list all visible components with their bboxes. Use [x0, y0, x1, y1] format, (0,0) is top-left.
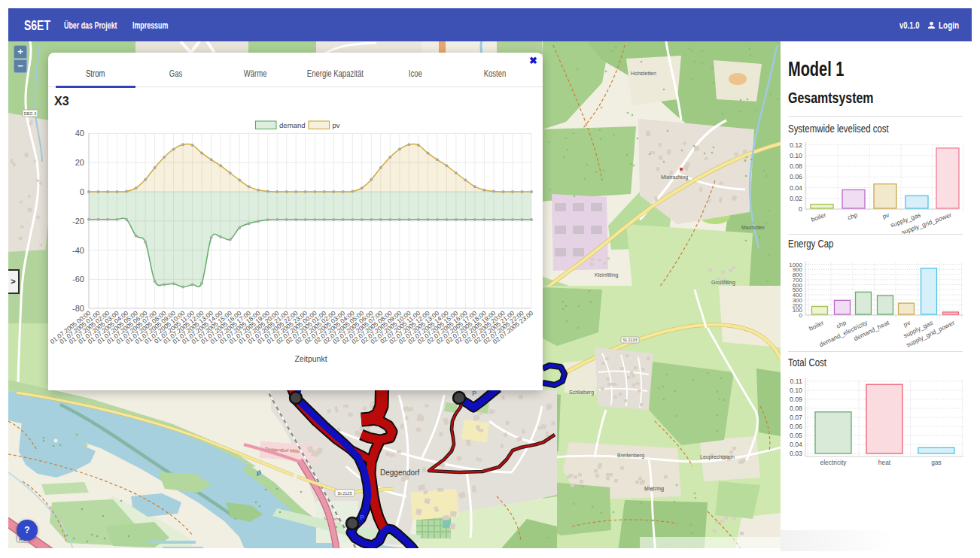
svg-text:Mietzing: Mietzing — [644, 486, 664, 492]
svg-text:0.02: 0.02 — [790, 195, 802, 202]
svg-text:Leoprechtstein: Leoprechtstein — [700, 454, 735, 460]
svg-text:P: P — [472, 390, 476, 397]
svg-text:1000: 1000 — [789, 262, 802, 268]
svg-text:pv: pv — [333, 121, 340, 129]
svg-text:Breitenberg: Breitenberg — [617, 453, 644, 459]
svg-text:demand: demand — [279, 121, 306, 129]
svg-text:-60: -60 — [72, 274, 84, 284]
svg-text:-40: -40 — [72, 246, 84, 255]
svg-text:Mietraching: Mietraching — [661, 174, 688, 180]
svg-text:Deggendorf: Deggendorf — [380, 469, 419, 477]
svg-text:Großfilling: Großfilling — [711, 280, 735, 286]
svg-text:0.03: 0.03 — [790, 450, 802, 457]
svg-text:40: 40 — [75, 129, 84, 138]
svg-text:0: 0 — [799, 205, 802, 213]
svg-text:electricity: electricity — [820, 459, 848, 466]
svg-text:-80: -80 — [72, 304, 84, 313]
svg-text:0.09: 0.09 — [790, 396, 802, 403]
svg-text:0.07: 0.07 — [790, 414, 802, 421]
svg-text:0.08: 0.08 — [790, 162, 802, 170]
svg-text:Zeitpunkt: Zeitpunkt — [294, 354, 327, 363]
svg-text:0.04: 0.04 — [790, 184, 802, 192]
svg-text:20: 20 — [75, 158, 84, 167]
svg-text:Schlieberg: Schlieberg — [569, 390, 594, 396]
svg-text:0.05: 0.05 — [790, 432, 802, 439]
svg-text:Maxhofen: Maxhofen — [741, 225, 765, 230]
svg-text:0.12: 0.12 — [790, 141, 802, 149]
svg-text:-20: -20 — [72, 217, 84, 226]
svg-text:0.04: 0.04 — [790, 441, 802, 448]
svg-text:0.06: 0.06 — [790, 173, 802, 180]
svg-text:P: P — [360, 514, 364, 521]
svg-text:0: 0 — [80, 187, 84, 196]
svg-text:0.11: 0.11 — [790, 378, 803, 385]
svg-text:Hohstetten: Hohstetten — [631, 71, 656, 76]
svg-text:P: P — [257, 470, 261, 478]
svg-text:St 2125: St 2125 — [338, 491, 352, 496]
svg-text:heat: heat — [878, 459, 891, 466]
svg-text:St 2133: St 2133 — [623, 338, 638, 342]
svg-text:DEG 3: DEG 3 — [24, 111, 37, 116]
svg-text:0.08: 0.08 — [790, 405, 802, 412]
svg-text:0.10: 0.10 — [790, 152, 802, 159]
svg-text:gas: gas — [931, 459, 942, 466]
svg-text:Kleinfilling: Kleinfilling — [595, 272, 619, 278]
svg-text:0.10: 0.10 — [790, 387, 802, 394]
svg-text:0.06: 0.06 — [790, 423, 802, 430]
